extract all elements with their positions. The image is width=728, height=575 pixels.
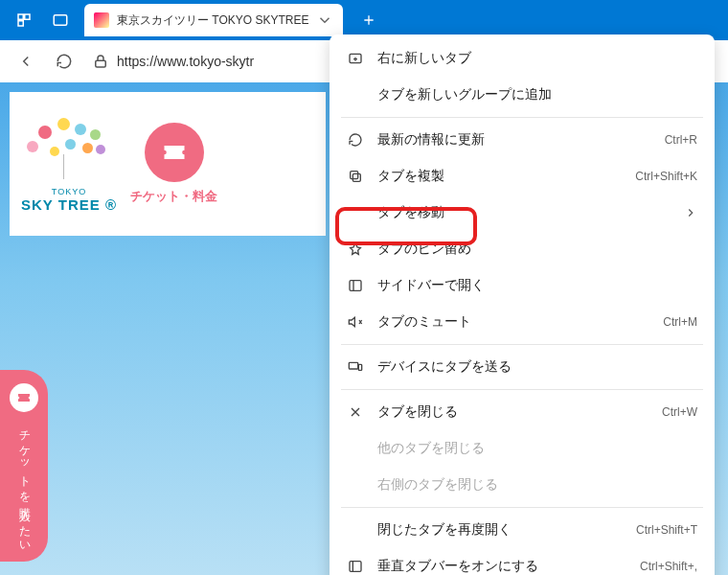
- refresh-button[interactable]: [48, 45, 80, 78]
- ctx-move-tab[interactable]: タブを移動: [330, 195, 715, 231]
- ctx-mute-tab[interactable]: タブのミュート Ctrl+M: [330, 304, 715, 340]
- ticket-button[interactable]: チケット・料金: [130, 123, 217, 205]
- separator: [341, 389, 703, 390]
- devices-icon: [347, 358, 364, 376]
- duplicate-icon: [347, 168, 364, 185]
- ctx-open-sidebar[interactable]: サイドバーで開く: [330, 267, 715, 304]
- mute-icon: [347, 313, 364, 331]
- svg-rect-8: [350, 281, 361, 291]
- browser-tab[interactable]: 東京スカイツリー TOKYO SKYTREE: [84, 4, 343, 36]
- sidebar-icon: [347, 277, 364, 294]
- svg-rect-3: [54, 15, 67, 26]
- svg-rect-4: [96, 60, 106, 67]
- ctx-close-right: 右側のタブを閉じる: [330, 467, 715, 503]
- chevron-right-icon: [684, 206, 697, 219]
- svg-rect-9: [349, 362, 357, 369]
- address-bar[interactable]: https://www.tokyo-skytr: [92, 53, 254, 70]
- vertical-tabs-icon: [347, 558, 364, 575]
- pin-icon: [347, 241, 364, 258]
- url-text: https://www.tokyo-skytr: [117, 54, 254, 69]
- svg-rect-2: [18, 21, 23, 26]
- side-badge-text: チケットを購入したい: [16, 422, 33, 548]
- logo-text-main: SKY TREE ®: [21, 196, 117, 213]
- svg-rect-7: [351, 172, 358, 179]
- svg-rect-0: [18, 14, 23, 19]
- tab-actions-icon[interactable]: [44, 4, 77, 36]
- ctx-refresh[interactable]: 最新の情報に更新 Ctrl+R: [330, 122, 715, 158]
- ticket-label: チケット・料金: [130, 188, 217, 205]
- separator: [341, 344, 703, 345]
- tab-chevron-icon[interactable]: [316, 12, 333, 29]
- refresh-icon: [347, 131, 364, 149]
- side-ticket-badge[interactable]: チケットを購入したい: [0, 370, 48, 562]
- close-icon: [347, 403, 364, 421]
- ctx-pin-tab[interactable]: タブのピン留め: [330, 231, 715, 267]
- site-logo[interactable]: TOKYO SKY TREE ®: [21, 116, 117, 213]
- logo-text-small: TOKYO: [52, 187, 86, 196]
- back-button[interactable]: [10, 45, 42, 78]
- svg-rect-1: [25, 14, 30, 19]
- ctx-reopen-closed[interactable]: 閉じたタブを再度開く Ctrl+Shift+T: [330, 512, 715, 548]
- workspaces-icon[interactable]: [8, 4, 40, 36]
- ctx-add-group[interactable]: タブを新しいグループに追加: [330, 77, 715, 113]
- tab-favicon: [94, 12, 109, 28]
- svg-rect-11: [350, 562, 361, 572]
- new-tab-icon: [347, 50, 364, 67]
- ticket-icon: [145, 123, 204, 182]
- lock-icon: [92, 53, 109, 70]
- ticket-small-icon: [10, 383, 38, 412]
- ctx-close-tab[interactable]: タブを閉じる Ctrl+W: [330, 394, 715, 430]
- ctx-duplicate[interactable]: タブを複製 Ctrl+Shift+K: [330, 158, 715, 195]
- balloons-icon: [21, 116, 117, 183]
- ctx-send-device[interactable]: デバイスにタブを送る: [330, 349, 715, 385]
- separator: [341, 507, 703, 508]
- tab-title: 東京スカイツリー TOKYO SKYTREE: [117, 12, 308, 29]
- tab-context-menu: 右に新しいタブ タブを新しいグループに追加 最新の情報に更新 Ctrl+R タブ…: [330, 34, 715, 575]
- new-tab-button[interactable]: [354, 6, 383, 34]
- ctx-close-other: 他のタブを閉じる: [330, 430, 715, 467]
- ctx-new-tab-right[interactable]: 右に新しいタブ: [330, 40, 715, 77]
- header-card: TOKYO SKY TREE ® チケット・料金: [10, 92, 326, 236]
- ctx-vertical-tabs[interactable]: 垂直タブバーをオンにする Ctrl+Shift+,: [330, 548, 715, 575]
- separator: [341, 117, 703, 118]
- svg-rect-10: [358, 364, 361, 370]
- svg-rect-6: [353, 173, 360, 181]
